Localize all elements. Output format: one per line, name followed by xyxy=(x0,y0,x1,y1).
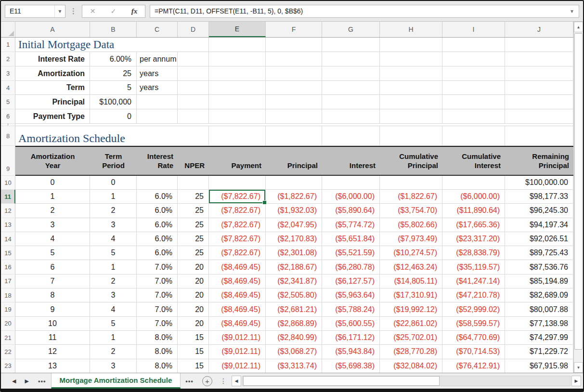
column-header-H[interactable]: H xyxy=(380,22,442,37)
cell-J18[interactable]: $82,689.09 xyxy=(505,288,573,302)
cell-H19[interactable]: ($19,992.12) xyxy=(380,302,442,316)
header-interest[interactable]: Interest xyxy=(322,147,380,175)
cell-J4[interactable] xyxy=(505,81,573,95)
cell-E6[interactable] xyxy=(209,109,266,124)
cell-B17[interactable]: 2 xyxy=(90,274,137,288)
cell-J23[interactable]: $67,915.98 xyxy=(505,359,573,373)
cell-H21[interactable]: ($25,702.01) xyxy=(380,331,442,345)
cell-B21[interactable]: 1 xyxy=(90,331,137,345)
tab-list-ellipsis-right-icon[interactable]: ••• xyxy=(181,378,198,385)
header-term-period[interactable]: TermPeriod xyxy=(90,147,137,175)
cell-C10[interactable] xyxy=(137,176,178,190)
cell-B10[interactable]: 0 xyxy=(90,176,137,190)
cell-D11[interactable]: 25 xyxy=(178,190,209,204)
cell-D2[interactable] xyxy=(178,52,209,66)
cell-J12[interactable]: $96,245.30 xyxy=(505,204,573,218)
cell-I11[interactable]: ($6,000.00) xyxy=(442,190,505,204)
row-header-5[interactable]: 5 xyxy=(1,95,15,109)
cell-A6-label[interactable]: Payment Type xyxy=(15,109,90,124)
cell-H10[interactable] xyxy=(380,176,442,190)
cell-C3-unit[interactable]: years xyxy=(137,66,178,81)
row-header-15[interactable]: 15 xyxy=(1,246,15,260)
row-header-13[interactable]: 13 xyxy=(1,218,15,232)
cell-J6[interactable] xyxy=(505,109,573,124)
cell-C6-unit[interactable] xyxy=(137,109,178,124)
cell-I6[interactable] xyxy=(442,109,505,124)
cell-A4-label[interactable]: Term xyxy=(15,81,90,95)
cell-A13[interactable]: 3 xyxy=(15,218,90,232)
cell-A16[interactable]: 6 xyxy=(15,260,90,274)
cell-G23[interactable]: ($5,698.38) xyxy=(322,359,380,373)
cell-H13[interactable]: ($5,802.66) xyxy=(380,218,442,232)
cell-B18[interactable]: 3 xyxy=(90,288,137,302)
cell-I23[interactable]: ($76,412.91) xyxy=(442,359,505,373)
cell-B16[interactable]: 1 xyxy=(90,260,137,274)
cell-H17[interactable]: ($14,805.11) xyxy=(380,274,442,288)
row-header-18[interactable]: 18 xyxy=(1,288,15,302)
tab-scroll-right-icon[interactable]: ▶ xyxy=(20,378,33,384)
header-principal[interactable]: Principal xyxy=(266,147,322,175)
cell-F5[interactable] xyxy=(266,95,322,109)
cell-D17[interactable]: 20 xyxy=(178,274,209,288)
row-header-1[interactable]: 1 xyxy=(1,38,15,52)
cell-J8[interactable] xyxy=(505,126,573,146)
cell-G10[interactable] xyxy=(322,176,380,190)
cell-B13[interactable]: 3 xyxy=(90,218,137,232)
cell-F22[interactable]: ($3,068.27) xyxy=(266,345,322,359)
cell-I14[interactable]: ($23,317.20) xyxy=(442,232,505,246)
cell-B2-value[interactable]: 6.00% xyxy=(90,52,137,66)
cell-A19[interactable]: 9 xyxy=(15,302,90,316)
row-header-14[interactable]: 14 xyxy=(1,232,15,246)
cell-I22[interactable]: ($70,714.53) xyxy=(442,345,505,359)
cell-H1[interactable] xyxy=(380,38,442,52)
cell-E14[interactable]: ($7,822.67) xyxy=(209,232,266,246)
cell-I16[interactable]: ($35,119.57) xyxy=(442,260,505,274)
cell-E3[interactable] xyxy=(209,66,266,81)
cell-F16[interactable]: ($2,188.67) xyxy=(266,260,322,274)
cell-C13[interactable]: 6.0% xyxy=(137,218,178,232)
cell-J1[interactable] xyxy=(505,38,573,52)
cell-J20[interactable]: $77,138.98 xyxy=(505,317,573,331)
cell-C23[interactable]: 8.0% xyxy=(137,359,178,373)
cell-G2[interactable] xyxy=(322,52,380,66)
cell-I19[interactable]: ($52,999.02) xyxy=(442,302,505,316)
cell-J22[interactable]: $71,229.72 xyxy=(505,345,573,359)
cell-A2-label[interactable]: Interest Rate xyxy=(15,52,90,66)
cell-H2[interactable] xyxy=(380,52,442,66)
cell-E12[interactable]: ($7,822.67) xyxy=(209,204,266,218)
cell-G6[interactable] xyxy=(322,109,380,124)
cell-E13[interactable]: ($7,822.67) xyxy=(209,218,266,232)
cell-F23[interactable]: ($3,313.74) xyxy=(266,359,322,373)
cell-D23[interactable]: 15 xyxy=(178,359,209,373)
cell-A17[interactable]: 7 xyxy=(15,274,90,288)
cell-H18[interactable]: ($17,310.91) xyxy=(380,288,442,302)
cell-A3-label[interactable]: Amortization xyxy=(15,66,90,81)
cell-I13[interactable]: ($17,665.36) xyxy=(442,218,505,232)
vscroll-track[interactable] xyxy=(574,32,583,362)
cell-F18[interactable]: ($2,505.80) xyxy=(266,288,322,302)
cell-J2[interactable] xyxy=(505,52,573,66)
cell-H14[interactable]: ($7,973.49) xyxy=(380,232,442,246)
cell-J17[interactable]: $85,194.89 xyxy=(505,274,573,288)
row-header-8[interactable]: 8 xyxy=(1,126,15,146)
cell-C4-unit[interactable]: years xyxy=(137,81,178,95)
cell-J15[interactable]: $89,725.43 xyxy=(505,246,573,260)
cell-D14[interactable]: 25 xyxy=(178,232,209,246)
cell-E10[interactable] xyxy=(209,176,266,190)
cell-C12[interactable]: 6.0% xyxy=(137,204,178,218)
cell-J16[interactable]: $87,536.76 xyxy=(505,260,573,274)
cell-B12[interactable]: 2 xyxy=(90,204,137,218)
cell-J13[interactable]: $94,197.34 xyxy=(505,218,573,232)
cell-F2[interactable] xyxy=(266,52,322,66)
cell-G4[interactable] xyxy=(322,81,380,95)
cell-F8[interactable] xyxy=(266,126,322,146)
hscroll-thumb[interactable] xyxy=(243,376,440,386)
cell-F17[interactable]: ($2,341.87) xyxy=(266,274,322,288)
tab-scroll-left-icon[interactable]: ◀ xyxy=(8,378,20,384)
hscroll-right-arrow-icon[interactable]: ▶ xyxy=(571,376,581,386)
row-header-23[interactable]: 23 xyxy=(1,359,15,373)
row-header-12[interactable]: 12 xyxy=(1,204,15,218)
cell-D10[interactable] xyxy=(178,176,209,190)
cell-E16[interactable]: ($8,469.45) xyxy=(209,260,266,274)
cell-G19[interactable]: ($5,788.24) xyxy=(322,302,380,316)
